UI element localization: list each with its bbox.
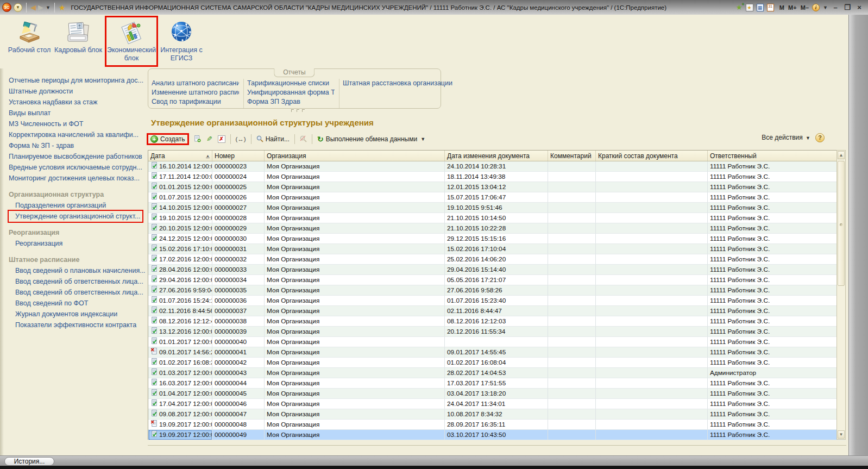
set-interval-button[interactable]: (↔) xyxy=(233,135,249,143)
table-row[interactable]: 08.12.2016 12:12:44000000038Моя Организа… xyxy=(148,316,845,327)
column-header-content[interactable]: Краткий состав документа xyxy=(596,151,708,161)
info-icon[interactable]: i xyxy=(812,4,820,11)
table-row[interactable]: 17.04.2017 12:00:00000000046Моя Организа… xyxy=(148,399,845,409)
sidebar-item[interactable]: Установка надбавки за стаж xyxy=(9,97,146,108)
sidebar-item[interactable]: Ввод сведений по ФОТ xyxy=(9,298,146,309)
table-row[interactable]: 27.06.2016 9:59:04000000035Моя Организац… xyxy=(148,285,845,296)
data-exchange-button[interactable]: ↻ Выполнение обмена данными ▼ xyxy=(315,134,428,145)
cell-organization: Моя Организация xyxy=(265,409,445,420)
app-1c-logo-icon[interactable]: 1С xyxy=(2,3,11,12)
sidebar-item[interactable]: Мониторинг достижения целевых показ... xyxy=(9,173,146,184)
table-row[interactable]: 13.12.2016 12:00:00000000039Моя Организа… xyxy=(148,327,845,337)
forward-icon[interactable]: ▶ xyxy=(38,4,43,11)
table-row[interactable]: 24.12.2015 12:00:00000000030Моя Организа… xyxy=(148,234,845,244)
table-row[interactable]: 20.10.2015 12:00:00000000029Моя Организа… xyxy=(148,223,845,234)
table-row[interactable]: 15.02.2016 17:10:08000000031Моя Организа… xyxy=(148,244,845,254)
all-actions-button[interactable]: Все действия ▼ xyxy=(762,134,810,141)
delete-button[interactable]: ✗ xyxy=(215,134,228,144)
add-favorite-icon[interactable]: ★ xyxy=(736,3,743,11)
table-row[interactable]: 16.10.2014 12:00:00000000023Моя Организа… xyxy=(148,161,845,172)
calculator-icon[interactable]: ▦ xyxy=(757,4,764,11)
minimize-button[interactable]: – xyxy=(831,3,840,11)
nav-section-3[interactable]: Экономический блок xyxy=(106,17,156,65)
table-row[interactable]: 01.02.2017 16:08:39000000042Моя Организа… xyxy=(148,358,845,368)
cancel-find-button[interactable] xyxy=(297,134,310,143)
table-row[interactable]: 17.11.2014 12:00:00000000024Моя Организа… xyxy=(148,172,845,182)
report-link[interactable]: Свод по тарификации xyxy=(152,97,239,107)
table-row[interactable]: 29.04.2016 12:00:00000000034Моя Организа… xyxy=(148,275,845,285)
edit-button[interactable]: ✎ xyxy=(204,134,215,144)
find-button[interactable]: Найти... xyxy=(254,134,292,144)
favorites-star-icon[interactable]: ★ xyxy=(59,3,66,12)
copy-button[interactable] xyxy=(191,134,204,143)
scroll-down-icon[interactable]: ▼ xyxy=(838,430,845,439)
report-link[interactable]: Анализ штатного расписания xyxy=(152,79,239,88)
cell-text: 01.02.2017 16:08:04 xyxy=(447,359,506,366)
column-header-responsible[interactable]: Ответственный xyxy=(708,151,845,161)
report-link[interactable]: Изменение штатного расписания xyxy=(152,88,239,97)
column-header-organization[interactable]: Организация xyxy=(265,151,445,161)
column-header-modified-date[interactable]: Дата изменения документа xyxy=(445,151,548,161)
back-icon[interactable]: ◀ xyxy=(30,4,36,11)
help-button[interactable]: ? xyxy=(815,133,825,142)
calendar-icon[interactable]: 31 xyxy=(767,4,774,11)
column-header-date[interactable]: Дата▲ xyxy=(148,151,212,161)
sidebar-item[interactable]: Реорганизация xyxy=(9,238,146,249)
sidebar-item[interactable]: Ввод сведений об ответственных лица... xyxy=(9,276,146,287)
scrollbar-thumb[interactable] xyxy=(838,161,845,286)
sidebar-item[interactable]: Вредные условия исключаемые сотрудн... xyxy=(9,162,146,173)
sidebar-item[interactable]: Ввод сведений об ответственных лица... xyxy=(9,287,146,298)
nav-section-4[interactable]: Интеграция с ЕГИСЗ xyxy=(156,17,206,65)
nav-section-2[interactable]: Кадровый блок xyxy=(53,17,103,65)
sidebar-item[interactable]: Планируемое высвобождение работников xyxy=(9,151,146,162)
vertical-scrollbar[interactable]: ▲ ▼ xyxy=(836,150,846,440)
m-button[interactable]: M xyxy=(779,4,784,11)
scroll-up-icon[interactable]: ▲ xyxy=(838,151,845,159)
sidebar-item[interactable]: Виды выплат xyxy=(9,108,146,118)
table-row[interactable]: 01.04.2017 12:00:00000000045Моя Организа… xyxy=(148,389,845,399)
main-menu-button[interactable]: ▼ xyxy=(14,3,22,12)
info-dropdown-icon[interactable]: ▼ xyxy=(823,5,828,10)
table-row[interactable]: 19.09.2017 12:00:00000000048Моя Организа… xyxy=(148,420,845,430)
column-header-comment[interactable]: Комментарий xyxy=(548,151,596,161)
report-link[interactable]: Штатная расстановка организации xyxy=(343,79,452,88)
table-row[interactable]: 09.01.2017 14:56:23000000041Моя Организа… xyxy=(148,347,845,358)
sidebar-item[interactable]: Журнал документов индексации xyxy=(9,309,146,320)
sidebar-item[interactable]: МЗ Численность и ФОТ xyxy=(9,118,146,129)
table-row[interactable]: 28.04.2016 12:00:00000000033Моя Организа… xyxy=(148,265,845,275)
table-row[interactable]: 01.01.2017 12:00:00000000040Моя Организа… xyxy=(148,337,845,347)
table-row[interactable]: 17.02.2016 12:00:00000000032Моя Организа… xyxy=(148,254,845,265)
table-row[interactable]: 01.01.2015 12:00:00000000025Моя Организа… xyxy=(148,182,845,192)
sidebar-item[interactable]: Штатные должности xyxy=(9,86,146,97)
report-link[interactable]: Унифицированная форма Т-3 xyxy=(247,88,335,97)
table-row[interactable]: 01.03.2017 12:00:00000000043Моя Организа… xyxy=(148,368,845,378)
sidebar-item[interactable]: Показатели эффективности контракта xyxy=(9,320,146,330)
table-row[interactable]: 19.10.2015 12:00:00000000028Моя Организа… xyxy=(148,213,845,223)
table-row[interactable]: 14.10.2015 12:00:00000000027Моя Организа… xyxy=(148,203,845,213)
table-row[interactable]: 01.07.2015 12:00:00000000026Моя Организа… xyxy=(148,192,845,203)
history-button[interactable]: История... xyxy=(4,457,54,466)
nav-section-1[interactable]: Рабочий стол xyxy=(4,17,54,65)
table-row[interactable]: 09.08.2017 12:00:00000000047Моя Организа… xyxy=(148,409,845,420)
m-minus-button[interactable]: M– xyxy=(801,4,809,11)
create-button[interactable]: + Создать xyxy=(148,134,188,144)
sidebar-item[interactable]: Ввод сведений о плановых начисления... xyxy=(9,265,146,276)
table-row[interactable]: 02.11.2016 8:44:56000000037Моя Организац… xyxy=(148,306,845,316)
sidebar-item[interactable]: Подразделения организаций xyxy=(9,200,146,211)
close-button[interactable]: × xyxy=(855,3,864,11)
table-row[interactable]: 16.03.2017 12:00:00000000044Моя Организа… xyxy=(148,378,845,389)
report-link[interactable]: Форма ЗП Здрав xyxy=(247,97,335,107)
table-row[interactable]: 01.07.2016 15:24:19000000036Моя Организа… xyxy=(148,296,845,306)
column-header-number[interactable]: Номер xyxy=(212,151,265,161)
show-favorites-icon[interactable]: ★ xyxy=(746,4,753,11)
restore-button[interactable]: ❐ xyxy=(843,3,852,11)
report-link[interactable]: Тарификационные списки xyxy=(247,79,335,88)
sidebar-item[interactable]: Утверждение организационной структ... xyxy=(9,211,142,222)
history-dropdown-icon[interactable]: ▼ xyxy=(46,5,51,10)
m-plus-button[interactable]: M+ xyxy=(788,4,797,11)
sidebar-item[interactable]: Отчетные периоды для мониторинга дос... xyxy=(9,75,146,86)
reports-collapse-grip[interactable] xyxy=(291,109,305,112)
table-row[interactable]: 19.09.2017 12:00:01000000049Моя Организа… xyxy=(148,430,845,440)
sidebar-item[interactable]: Корректировка начислений за квалифи... xyxy=(9,129,146,140)
sidebar-item[interactable]: Форма № ЗП - здрав xyxy=(9,140,146,151)
